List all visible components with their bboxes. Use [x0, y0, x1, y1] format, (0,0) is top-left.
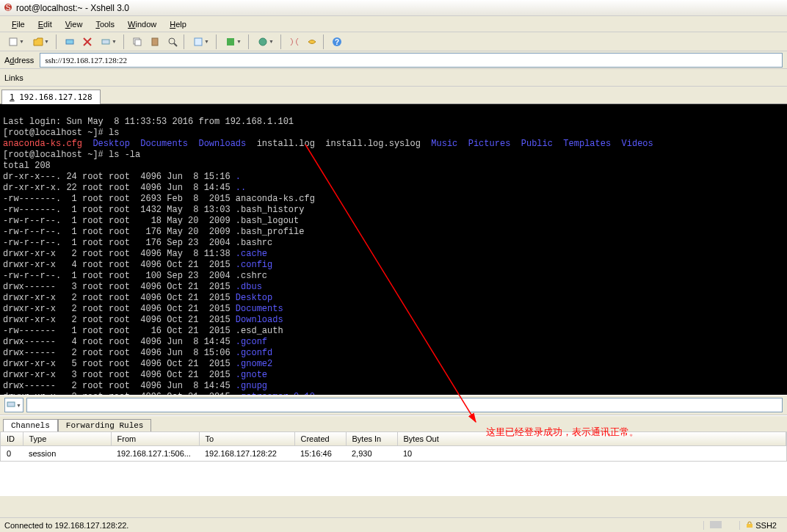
lower-tabs: Channels Forwarding Rules — [0, 415, 787, 431]
help-button[interactable]: ? — [329, 34, 345, 50]
svg-rect-15 — [7, 402, 15, 407]
th-created[interactable]: Created — [294, 432, 346, 446]
terminal-output: total 208 — [3, 161, 51, 171]
reconnect-button[interactable]: ▼ — [97, 34, 120, 50]
command-input[interactable] — [26, 398, 783, 412]
th-id[interactable]: ID — [1, 432, 23, 446]
terminal[interactable]: Last login: Sun May 8 11:33:53 2016 from… — [0, 104, 787, 395]
status-text: Connected to 192.168.127.128:22. — [4, 521, 128, 530]
script2-button[interactable] — [304, 34, 320, 50]
transfer-button[interactable]: ▼ — [254, 34, 278, 50]
menu-file[interactable]: File — [6, 18, 31, 30]
table-row[interactable]: 0 session 192.168.127.1:506... 192.168.1… — [1, 446, 786, 462]
menu-view[interactable]: View — [59, 18, 89, 30]
address-bar: Address — [0, 51, 787, 69]
svg-rect-11 — [227, 38, 234, 45]
svg-text:?: ? — [335, 38, 339, 46]
annotation-text: 这里已经登录成功，表示通讯正常。 — [486, 426, 639, 439]
menu-edit[interactable]: Edit — [32, 18, 58, 30]
menubar: File Edit View Tools Window Help — [0, 16, 787, 32]
tab-forwarding[interactable]: Forwarding Rules — [58, 419, 152, 431]
th-bytesin[interactable]: Bytes In — [346, 432, 397, 446]
th-from[interactable]: From — [111, 432, 199, 446]
svg-rect-7 — [152, 38, 158, 45]
titlebar: S root@localhost:~ - Xshell 3.0 — [0, 0, 787, 16]
address-input[interactable] — [40, 53, 783, 68]
lock-icon — [746, 521, 753, 528]
properties-button[interactable]: ▼ — [189, 34, 213, 50]
menu-help[interactable]: Help — [164, 18, 192, 30]
toolbar: ▼ ▼ ▼ ▼ ▼ ▼ ? — [0, 32, 787, 51]
script-button[interactable] — [286, 34, 302, 50]
app-icon: S — [3, 2, 13, 14]
svg-text:S: S — [6, 4, 11, 12]
session-tab-1[interactable]: 1 192.168.127.128 — [1, 90, 101, 104]
th-to[interactable]: To — [199, 432, 294, 446]
connect-button[interactable] — [62, 34, 78, 50]
menu-tools[interactable]: Tools — [90, 18, 120, 30]
status-bar: Connected to 192.168.127.128:22. SSH2 — [0, 517, 787, 532]
copy-button[interactable] — [129, 34, 145, 50]
links-bar: Links — [0, 69, 787, 87]
terminal-cmd: ls -la — [109, 150, 140, 160]
menu-window[interactable]: Window — [122, 18, 162, 30]
svg-line-9 — [174, 43, 177, 46]
svg-rect-3 — [66, 40, 73, 44]
terminal-prompt: [root@localhost ~]# — [3, 128, 109, 138]
terminal-output: anaconda-ks.cfg — [3, 139, 93, 149]
tab-channels[interactable]: Channels — [3, 419, 58, 431]
find-button[interactable] — [164, 34, 181, 50]
terminal-prompt: [root@localhost ~]# — [3, 150, 109, 160]
open-button[interactable]: ▼ — [29, 34, 53, 50]
th-type[interactable]: Type — [23, 432, 111, 446]
svg-rect-10 — [195, 38, 202, 45]
svg-rect-4 — [102, 40, 109, 44]
links-label: Links — [4, 73, 23, 82]
new-button[interactable]: ▼ — [4, 34, 28, 50]
terminal-cmd: ls — [109, 128, 119, 138]
paste-button[interactable] — [147, 34, 163, 50]
status-progress — [703, 521, 730, 530]
svg-point-12 — [259, 38, 266, 45]
target-selector[interactable]: ▼ — [4, 398, 23, 412]
command-bar: ▼ — [0, 395, 787, 415]
color-button[interactable]: ▼ — [222, 34, 245, 50]
svg-rect-2 — [10, 38, 17, 45]
window-title: root@localhost:~ - Xshell 3.0 — [16, 3, 129, 13]
channels-panel: ID Type From To Created Bytes In Bytes O… — [0, 431, 787, 496]
svg-point-8 — [169, 38, 175, 44]
svg-rect-16 — [747, 524, 752, 528]
terminal-line: Last login: Sun May 8 11:33:53 2016 from… — [3, 117, 294, 127]
address-label: Address — [4, 56, 34, 65]
disconnect-button[interactable] — [79, 34, 95, 50]
session-tabs: 1 192.168.127.128 — [0, 87, 787, 104]
svg-rect-6 — [135, 40, 141, 45]
status-ssh: SSH2 — [755, 521, 777, 530]
